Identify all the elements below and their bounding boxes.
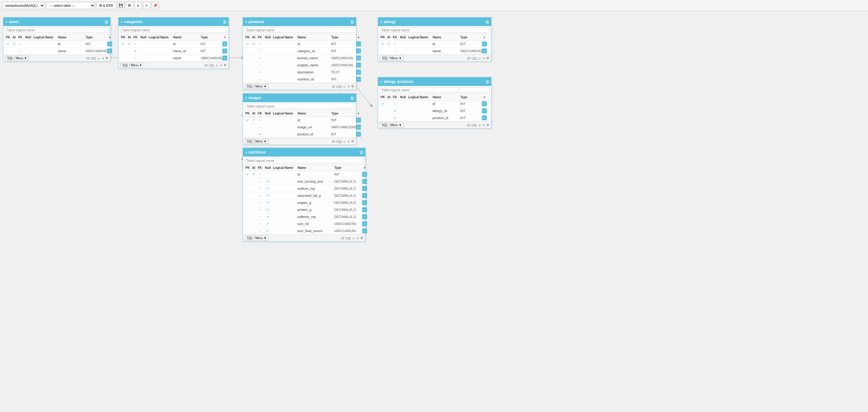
table-categories-header[interactable]: + categories 🗑 — [119, 18, 228, 26]
table-allergy-products-header[interactable]: + allergy_products 🗑 — [378, 77, 491, 86]
sql-menu-btn[interactable]: SQL / Menu ▼ — [5, 56, 29, 61]
table-nutritions-header[interactable]: + nutritions 🗑 — [243, 148, 365, 157]
cell-fk: + — [17, 49, 24, 53]
smiley-icon[interactable]: ☺ — [97, 57, 100, 60]
cell-ai — [11, 51, 17, 51]
table-allergy-header[interactable]: + allergy 🗑 — [378, 18, 491, 26]
table-allergy: + allergy 🗑 PK AI FK Null Logical Name N… — [378, 17, 491, 62]
table-allergy-logical-name-input[interactable] — [380, 27, 489, 33]
table-nutritions-delete-icon[interactable]: 🗑 — [359, 150, 363, 155]
table-row: + image_url VARCHAR(2000) − — [243, 124, 356, 131]
table-images-delete-icon[interactable]: 🗑 — [350, 96, 354, 100]
col-header-pk: PK — [244, 35, 251, 40]
erd-button[interactable]: ⊞ & ERD — [96, 2, 116, 9]
col-header-type: Type — [331, 35, 355, 40]
table-images-header[interactable]: + images 🗑 — [243, 94, 356, 102]
table-nutritions-logical-name-row — [243, 157, 365, 165]
cell-minus[interactable]: − — [106, 48, 113, 54]
table-allergy-products-col-headers: PK AI FK Null Logical Name Name Type + — [378, 94, 491, 100]
table-images-plus-icon: + — [245, 95, 247, 100]
table-row: + ✔ caffeine_mg DECIMAL(6,2) − — [243, 213, 365, 220]
cell-pk — [120, 51, 127, 51]
table-menu-delete-icon[interactable]: 🗑 — [104, 20, 108, 24]
table-allergy-products-logical-name-input[interactable] — [380, 87, 489, 93]
sql-menu-btn[interactable]: SQL / Menu ▼ — [380, 123, 404, 127]
sql-menu-btn[interactable]: SQL / Menu ▼ — [245, 139, 269, 144]
settings-icon[interactable]: ⚙ — [351, 85, 354, 88]
table-products-header[interactable]: + products 🗑 — [243, 18, 356, 26]
table-nutritions-logical-name-input[interactable] — [245, 158, 363, 163]
table-categories-logical-name-input[interactable] — [120, 27, 227, 33]
up-icon[interactable]: ∧ — [347, 85, 350, 88]
table-allergy-products-plus-icon: + — [380, 79, 382, 84]
up-icon[interactable]: ∧ — [220, 63, 222, 67]
ix-icon[interactable]: IX — [205, 64, 208, 67]
smiley-icon[interactable]: ☺ — [215, 64, 219, 67]
col-header-add[interactable]: + — [355, 35, 362, 40]
table-select[interactable]: --- select table --- — [46, 2, 95, 9]
col-header-fk: FK — [132, 35, 139, 40]
pin-button[interactable]: 📌 — [152, 2, 159, 9]
table-products-title: products — [248, 20, 264, 24]
settings-icon[interactable]: ⚙ — [105, 56, 108, 60]
ix-icon[interactable]: IX — [86, 57, 89, 60]
table-menu-col-headers: PK AI FK Null Logical Name Name Type + — [3, 34, 110, 40]
table-allergy-delete-icon[interactable]: 🗑 — [485, 20, 489, 24]
table-nutritions-title: nutritions — [248, 150, 266, 154]
smiley-icon[interactable]: ☺ — [343, 85, 346, 88]
save-button[interactable]: 💾 — [117, 2, 125, 9]
table-allergy-products-delete-icon[interactable]: 🗑 — [485, 80, 489, 84]
table-menu-header[interactable]: + menu 🗑 — [3, 18, 110, 26]
table-row: ✔ ✔ + id INT − — [243, 171, 365, 178]
table-row: + korean_name VARCHAR(45) − — [243, 55, 356, 62]
ix-icon[interactable]: IX — [332, 85, 335, 88]
col-header-ai: AI — [251, 35, 256, 40]
settings-button[interactable]: ⚙ — [126, 2, 133, 9]
cell-type: INT — [85, 42, 106, 46]
cell-minus[interactable]: − — [106, 41, 113, 47]
col-header-pk: PK — [120, 35, 127, 40]
cell-logical — [33, 51, 57, 51]
up-icon[interactable]: ∧ — [102, 56, 104, 60]
toolbar: westarbucks(MySQL) --- select table --- … — [0, 0, 868, 11]
cell-null — [139, 43, 148, 44]
table-products-plus-icon: + — [245, 19, 247, 24]
col-header-pk: PK — [5, 35, 11, 40]
table-row: + english_name VARCHAR(45) − — [243, 62, 356, 69]
add-button[interactable]: + — [143, 2, 151, 9]
up-icon: ∧ — [137, 3, 140, 8]
uq-icon[interactable]: UQ — [336, 85, 342, 88]
sql-menu-btn[interactable]: SQL / Menu ▼ — [120, 63, 144, 67]
sql-menu-btn[interactable]: SQL / Menu ▼ — [245, 236, 269, 241]
up-button[interactable]: ∧ — [134, 2, 142, 9]
sql-menu-btn[interactable]: SQL / Menu ▼ — [245, 84, 269, 89]
uq-icon[interactable]: UQ — [209, 64, 214, 67]
table-row: ✔ ✔ + id INT − — [3, 40, 110, 47]
table-menu-logical-name-row — [3, 26, 110, 34]
table-images-logical-name-input[interactable] — [245, 103, 354, 109]
cell-pk — [120, 58, 127, 58]
db-select[interactable]: westarbucks(MySQL) — [2, 2, 45, 9]
cell-fk: + — [132, 56, 139, 60]
table-products-logical-name-input[interactable] — [245, 27, 354, 33]
table-categories-plus-icon: + — [120, 19, 123, 24]
table-menu-logical-name-input[interactable] — [5, 27, 108, 33]
table-row: + ✔ one_serving_kca DECIMAL(6,2) − — [243, 178, 365, 185]
table-row: + name VARCHAR(45) − — [378, 47, 491, 55]
uq-icon[interactable]: UQ — [91, 57, 96, 60]
cell-minus[interactable]: − — [222, 48, 228, 54]
sql-menu-btn[interactable]: SQL / Menu ▼ — [380, 56, 404, 61]
table-row: ✔ ✔ + id INT − — [243, 40, 356, 47]
cell-type: VARCHAR(45) — [85, 49, 106, 53]
settings-icon[interactable]: ⚙ — [224, 63, 227, 67]
cell-ai: ✔ — [11, 41, 17, 46]
cell-minus[interactable]: − — [222, 41, 228, 47]
table-menu: + menu 🗑 PK AI FK Null Logical Name Name… — [3, 17, 111, 62]
table-products-delete-icon[interactable]: 🗑 — [350, 20, 354, 24]
gear-icon: ⚙ — [128, 3, 131, 8]
table-allergy-footer: SQL / Menu ▼ IX UQ ☺ ∧ ⚙ — [378, 55, 491, 61]
col-header-add[interactable]: + — [222, 35, 228, 40]
col-header-add[interactable]: + — [106, 35, 113, 40]
table-categories-delete-icon[interactable]: 🗑 — [223, 20, 227, 24]
cell-minus[interactable]: − — [222, 55, 228, 61]
